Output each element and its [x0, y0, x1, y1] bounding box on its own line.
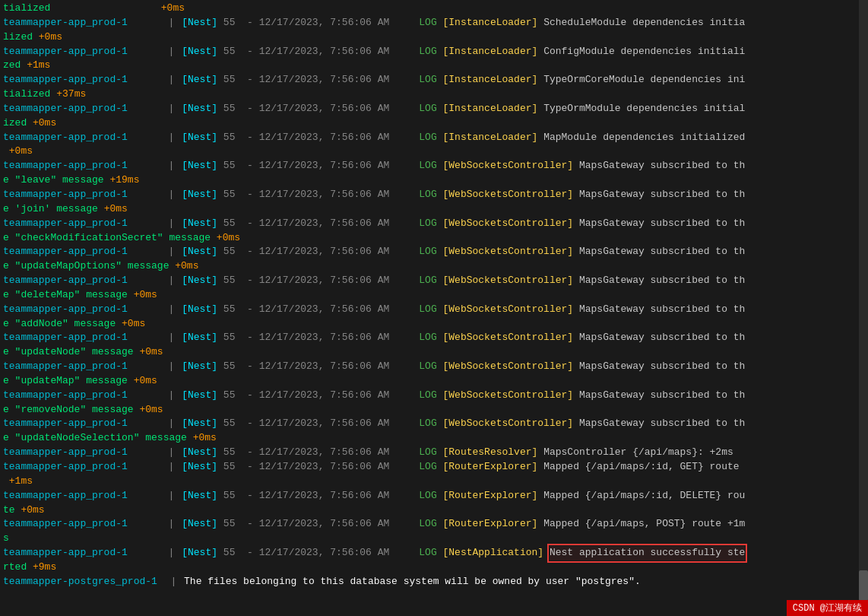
log-line: teammapper-app_prod-1 | [Nest] 55 - 12/1… [3, 303, 865, 317]
pid: 55 - [217, 489, 259, 503]
time-offset: +0ms [33, 30, 62, 45]
log-message: ScheduleModule dependencies initia [537, 16, 745, 30]
service-name: teammapper-postgres_prod-1 [3, 575, 157, 589]
service-name: teammapper-app_prod-1 [3, 16, 155, 30]
log-message: Mapped {/api/maps/:id, DELETE} rou [537, 489, 745, 503]
log-level: LOG [389, 45, 442, 59]
timestamp: 12/17/2023, 7:56:06 AM [259, 331, 390, 345]
service-name: teammapper-app_prod-1 [3, 188, 155, 202]
scrollbar-thumb[interactable] [859, 570, 868, 601]
log-level: LOG [389, 274, 442, 288]
nest-tag: [Nest] [182, 188, 217, 202]
log-level: LOG [389, 389, 442, 403]
continuation-text: zed [3, 59, 21, 73]
nest-tag: [Nest] [182, 102, 217, 116]
pipe: | [157, 131, 180, 145]
pipe: | [157, 102, 180, 116]
nest-tag: [Nest] [182, 45, 217, 59]
nest-tag: [Nest] [182, 546, 217, 560]
pid: 55 - [217, 389, 259, 403]
pid: 55 - [217, 446, 259, 460]
log-line-continuation: e "addNode" message +0ms [3, 317, 865, 332]
context: [RouterExplorer] [443, 489, 538, 503]
service-name: teammapper-app_prod-1 [3, 274, 155, 288]
service-name: teammapper-app_prod-1 [3, 446, 155, 460]
continuation-text: e "leave" message [3, 173, 104, 188]
log-message: MapModule dependencies initialized [537, 131, 745, 145]
context: [RouterExplorer] [443, 460, 538, 475]
pid: 55 - [217, 460, 259, 475]
time-offset: +0ms [134, 403, 163, 418]
nest-tag: [Nest] [182, 274, 217, 288]
pipe: | [157, 446, 180, 460]
log-level: LOG [389, 188, 442, 202]
log-line: teammapper-app_prod-1 | [Nest] 55 - 12/1… [3, 389, 865, 403]
service-name: teammapper-app_prod-1 [3, 460, 155, 475]
context: [WebSocketsController] [443, 159, 574, 173]
time-offset: +0ms [128, 374, 157, 389]
timestamp: 12/17/2023, 7:56:06 AM [259, 489, 390, 503]
time-offset: +0ms [169, 259, 198, 274]
pid: 55 - [217, 217, 259, 231]
pid: 55 - [217, 517, 259, 532]
log-line: teammapper-app_prod-1 | [Nest] 55 - 12/1… [3, 217, 865, 231]
pipe: | [157, 217, 180, 231]
log-level: LOG [389, 331, 442, 345]
log-message: MapsGateway subscribed to th [573, 331, 745, 345]
context: [RouterExplorer] [443, 517, 538, 532]
log-line: teammapper-app_prod-1 | [Nest] 55 - 12/1… [3, 245, 865, 259]
pipe: | [157, 16, 180, 30]
log-level: LOG [389, 489, 442, 503]
timestamp: 12/17/2023, 7:56:06 AM [259, 245, 390, 259]
nest-tag: [Nest] [182, 489, 217, 503]
pipe: | [159, 575, 182, 589]
continuation-text: e "deleteMap" message [3, 288, 128, 303]
continuation-text: e "updateMap" message [3, 374, 128, 389]
pipe: | [157, 360, 180, 374]
log-line-continuation: ized +0ms [3, 116, 865, 131]
time-offset: +0ms [128, 288, 157, 303]
pipe: | [157, 517, 180, 532]
log-line-continuation: e "updateNodeSelection" message +0ms [3, 431, 865, 446]
pipe: | [157, 389, 180, 403]
timestamp: 12/17/2023, 7:56:06 AM [259, 217, 390, 231]
timestamp: 12/17/2023, 7:56:06 AM [259, 417, 390, 431]
log-message: MapsGateway subscribed to th [573, 217, 745, 231]
scrollbar[interactable] [859, 0, 868, 601]
log-line-continuation: +1ms [3, 475, 865, 489]
log-line-continuation: e 'join' message +0ms [3, 202, 865, 217]
continuation-text: ized [3, 116, 27, 131]
log-line-continuation: te +0ms [3, 503, 865, 518]
postgres-message: The files belonging to this database sys… [184, 575, 641, 589]
timestamp: 12/17/2023, 7:56:06 AM [259, 446, 390, 460]
nest-tag: [Nest] [182, 517, 217, 532]
timestamp: 12/17/2023, 7:56:06 AM [259, 16, 390, 30]
timestamp: 12/17/2023, 7:56:06 AM [259, 460, 390, 475]
timestamp: 12/17/2023, 7:56:06 AM [259, 274, 390, 288]
context: [WebSocketsController] [443, 417, 574, 431]
context: [InstanceLoader] [443, 102, 538, 116]
bottom-bar-text: CSDN @江湖有续 [793, 603, 862, 614]
time-offset: +1ms [3, 475, 33, 489]
pipe: | [157, 45, 180, 59]
log-line: teammapper-app_prod-1 | [Nest] 55 - 12/1… [3, 45, 865, 59]
continuation-text: e "removeNode" message [3, 403, 134, 418]
log-line: tialized +0ms [3, 2, 865, 16]
nest-tag: [Nest] [182, 446, 217, 460]
service-name: teammapper-app_prod-1 [3, 517, 155, 532]
log-line: teammapper-app_prod-1 | [Nest] 55 - 12/1… [3, 159, 865, 173]
log-level: LOG [389, 546, 442, 560]
log-message: Mapped {/api/maps, POST} route +1m [537, 517, 745, 532]
log-line-continuation: e "deleteMap" message +0ms [3, 288, 865, 303]
log-message: MapsGateway subscribed to th [573, 417, 745, 431]
log-level: LOG [389, 517, 442, 532]
log-message: Mapped {/api/maps/:id, GET} route [537, 460, 739, 475]
terminal: tialized +0ms teammapper-app_prod-1 | [N… [0, 0, 868, 616]
log-line: teammapper-app_prod-1 | [Nest] 55 - 12/1… [3, 131, 865, 145]
pid: 55 - [217, 73, 259, 87]
log-line-continuation: e "removeNode" message +0ms [3, 403, 865, 418]
nest-tag: [Nest] [182, 159, 217, 173]
service-name: teammapper-app_prod-1 [3, 73, 155, 87]
context: [WebSocketsController] [443, 245, 574, 259]
context: [NestApplication] [443, 546, 544, 560]
